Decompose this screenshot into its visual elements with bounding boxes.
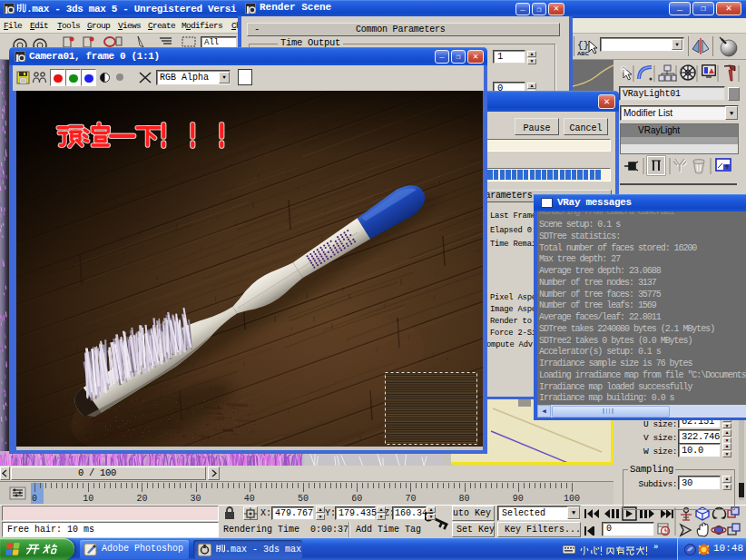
svg-text:{}: {} — [577, 40, 589, 51]
svg-text:ABC: ABC — [577, 51, 590, 56]
